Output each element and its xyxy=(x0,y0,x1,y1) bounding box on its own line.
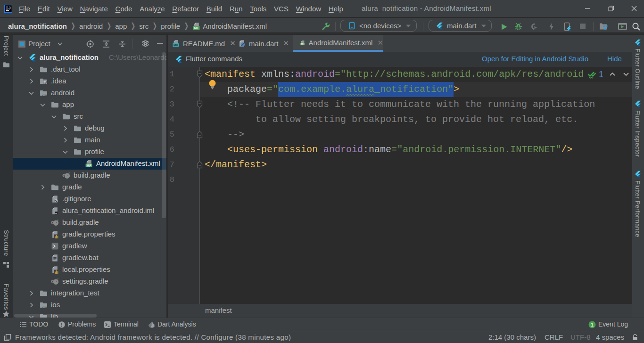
svg-text:IJ: IJ xyxy=(6,6,11,11)
svg-text:1: 1 xyxy=(591,322,594,327)
